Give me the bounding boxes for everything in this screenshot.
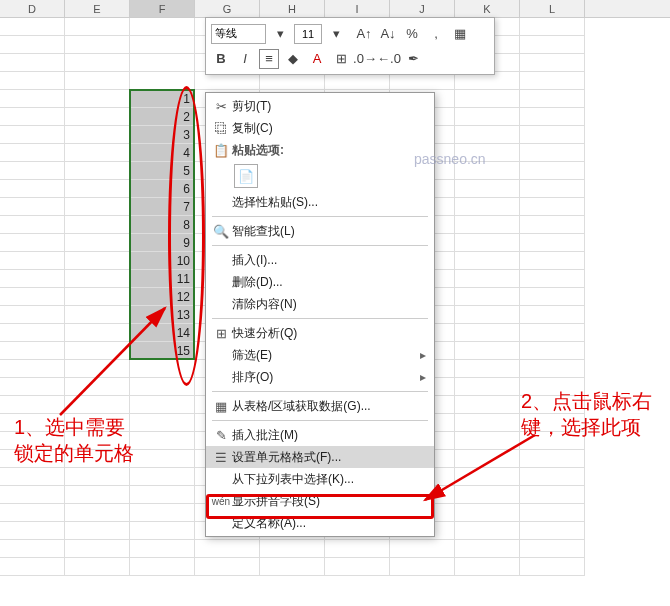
ctx-delete[interactable]: 删除(D)... — [206, 271, 434, 293]
cell[interactable] — [130, 432, 195, 450]
ctx-dropdown-pick[interactable]: 从下拉列表中选择(K)... — [206, 468, 434, 490]
cell[interactable] — [65, 540, 130, 558]
cell[interactable] — [130, 360, 195, 378]
cell[interactable] — [455, 180, 520, 198]
cell[interactable] — [0, 270, 65, 288]
cell[interactable] — [130, 414, 195, 432]
cell[interactable] — [455, 108, 520, 126]
cell[interactable] — [520, 288, 585, 306]
ctx-filter[interactable]: 筛选(E) ▸ — [206, 344, 434, 366]
cell[interactable] — [455, 270, 520, 288]
size-dropdown-icon[interactable]: ▾ — [326, 24, 346, 44]
ctx-paste-special[interactable]: 选择性粘贴(S)... — [206, 191, 434, 213]
decimal-dec-icon[interactable]: ←.0 — [379, 49, 399, 69]
col-header-G[interactable]: G — [195, 0, 260, 17]
cell[interactable] — [455, 324, 520, 342]
cell[interactable] — [0, 486, 65, 504]
cell[interactable] — [0, 234, 65, 252]
cell[interactable]: 4 — [130, 144, 195, 162]
cell[interactable]: 15 — [130, 342, 195, 360]
cell[interactable] — [0, 360, 65, 378]
cell[interactable] — [0, 324, 65, 342]
cell[interactable] — [0, 342, 65, 360]
format-painter-icon[interactable]: ✒ — [403, 49, 423, 69]
cell[interactable] — [0, 198, 65, 216]
ctx-sort[interactable]: 排序(O) ▸ — [206, 366, 434, 388]
col-header-K[interactable]: K — [455, 0, 520, 17]
cell[interactable] — [0, 144, 65, 162]
cell[interactable] — [520, 144, 585, 162]
cell[interactable] — [0, 216, 65, 234]
cell[interactable] — [65, 126, 130, 144]
cell[interactable]: 11 — [130, 270, 195, 288]
cell[interactable] — [520, 360, 585, 378]
cell[interactable] — [0, 288, 65, 306]
ctx-get-data[interactable]: ▦ 从表格/区域获取数据(G)... — [206, 395, 434, 417]
cell[interactable] — [130, 540, 195, 558]
cell[interactable] — [130, 522, 195, 540]
cell[interactable] — [520, 450, 585, 468]
cell[interactable] — [130, 378, 195, 396]
cell[interactable] — [0, 306, 65, 324]
cell[interactable] — [260, 540, 325, 558]
cell[interactable] — [130, 450, 195, 468]
ctx-format-cells[interactable]: ☰ 设置单元格格式(F)... — [206, 446, 434, 468]
fill-icon[interactable]: ◆ — [283, 49, 303, 69]
cell[interactable] — [65, 252, 130, 270]
cell[interactable] — [455, 198, 520, 216]
cell[interactable] — [0, 378, 65, 396]
cell[interactable] — [520, 180, 585, 198]
cell[interactable] — [455, 90, 520, 108]
cell[interactable] — [0, 540, 65, 558]
cell[interactable] — [455, 450, 520, 468]
cell[interactable] — [455, 396, 520, 414]
font-size[interactable] — [294, 24, 322, 44]
cell[interactable] — [520, 234, 585, 252]
cell[interactable]: 6 — [130, 180, 195, 198]
cell[interactable] — [0, 36, 65, 54]
cell[interactable] — [520, 54, 585, 72]
ctx-phonetic[interactable]: wén 显示拼音字段(S) — [206, 490, 434, 512]
cell[interactable] — [130, 18, 195, 36]
cell[interactable] — [195, 540, 260, 558]
cell[interactable] — [520, 126, 585, 144]
cell[interactable] — [130, 558, 195, 576]
cell[interactable] — [65, 216, 130, 234]
cell[interactable] — [455, 126, 520, 144]
cell[interactable] — [0, 108, 65, 126]
cell[interactable] — [0, 180, 65, 198]
cell[interactable] — [65, 558, 130, 576]
cell[interactable] — [0, 522, 65, 540]
cell[interactable] — [455, 522, 520, 540]
comma-icon[interactable]: , — [426, 24, 446, 44]
decimal-inc-icon[interactable]: .0→ — [355, 49, 375, 69]
cell[interactable] — [455, 414, 520, 432]
cell[interactable] — [520, 162, 585, 180]
cell[interactable] — [520, 342, 585, 360]
cell[interactable] — [520, 522, 585, 540]
cell[interactable] — [65, 108, 130, 126]
ctx-quick-analysis[interactable]: ⊞ 快速分析(Q) — [206, 322, 434, 344]
cell[interactable] — [65, 504, 130, 522]
cell[interactable] — [65, 324, 130, 342]
cell[interactable]: 10 — [130, 252, 195, 270]
cell[interactable] — [390, 540, 455, 558]
cell[interactable] — [65, 342, 130, 360]
cell[interactable] — [455, 306, 520, 324]
cell[interactable] — [130, 36, 195, 54]
cell[interactable] — [0, 18, 65, 36]
cell[interactable] — [0, 504, 65, 522]
cell[interactable]: 14 — [130, 324, 195, 342]
col-header-F[interactable]: F — [130, 0, 195, 17]
col-header-E[interactable]: E — [65, 0, 130, 17]
cell[interactable] — [455, 540, 520, 558]
cell[interactable] — [65, 234, 130, 252]
cell[interactable] — [520, 486, 585, 504]
cell[interactable] — [455, 432, 520, 450]
cell[interactable]: 13 — [130, 306, 195, 324]
cell[interactable] — [0, 396, 65, 414]
cell[interactable] — [520, 108, 585, 126]
cell[interactable] — [520, 324, 585, 342]
cell[interactable] — [65, 378, 130, 396]
cell[interactable]: 2 — [130, 108, 195, 126]
